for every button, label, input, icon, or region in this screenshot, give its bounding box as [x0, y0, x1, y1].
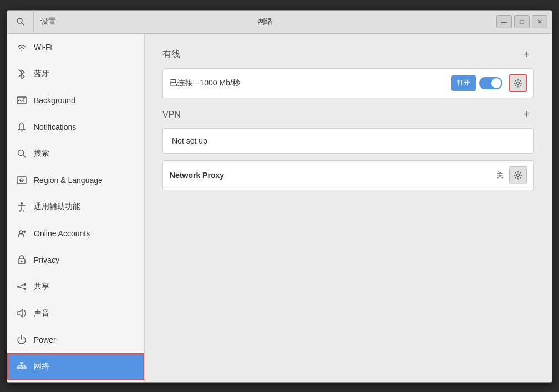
- sidebar-item-region[interactable]: Region & Language: [7, 167, 144, 194]
- svg-rect-20: [21, 367, 23, 369]
- svg-point-9: [21, 202, 23, 205]
- sidebar-label-online-accounts: Online Accounts: [34, 229, 90, 238]
- svg-line-1: [22, 23, 24, 25]
- wired-status-label: 已连接 - 1000 Mb/秒: [170, 78, 451, 88]
- close-button[interactable]: ✕: [532, 15, 547, 28]
- proxy-label: Network Proxy: [170, 171, 496, 180]
- sidebar-label-bluetooth: 蓝牙: [34, 69, 49, 79]
- svg-rect-21: [24, 367, 26, 369]
- sharing-icon: [16, 281, 27, 292]
- wired-section-title: 有线: [162, 49, 180, 60]
- svg-point-14: [24, 283, 26, 286]
- sidebar-item-accessibility[interactable]: 通用辅助功能: [7, 194, 144, 220]
- svg-rect-19: [17, 367, 19, 369]
- svg-rect-18: [21, 362, 23, 364]
- sidebar-label-wifi: Wi-Fi: [34, 43, 52, 52]
- svg-line-5: [23, 155, 26, 157]
- sidebar-item-background[interactable]: Background: [7, 87, 144, 114]
- power-icon: [16, 334, 27, 345]
- main-window: 设置 网络 — □ ✕ Wi-Fi: [7, 10, 552, 383]
- sidebar-label-accessibility: 通用辅助功能: [34, 202, 80, 212]
- sidebar-label-sharing: 共享: [34, 282, 49, 292]
- vpn-section-title: VPN: [162, 110, 181, 120]
- sidebar-label-background: Background: [34, 96, 75, 105]
- titlebar-center: 设置 网络: [34, 17, 496, 27]
- sidebar-item-power[interactable]: Power: [7, 327, 144, 353]
- sidebar-label-privacy: Privacy: [34, 256, 59, 264]
- page-title: 网络: [257, 17, 273, 27]
- vpn-not-setup-row: Not set up: [163, 129, 533, 153]
- sidebar-label-network: 网络: [34, 362, 49, 371]
- wired-toggle-switch[interactable]: [479, 77, 502, 89]
- proxy-gear-button[interactable]: [509, 166, 527, 184]
- sidebar-item-search[interactable]: 搜索: [7, 140, 144, 167]
- notifications-icon: [16, 121, 27, 133]
- online-accounts-icon: [16, 228, 27, 239]
- vpn-add-button[interactable]: +: [519, 107, 534, 123]
- minimize-button[interactable]: —: [496, 15, 512, 28]
- sidebar: Wi-Fi 蓝牙: [7, 34, 145, 382]
- wifi-icon: [16, 42, 27, 53]
- app-name-label: 设置: [34, 17, 56, 27]
- vpn-card: Not set up: [162, 128, 534, 154]
- svg-point-28: [517, 174, 520, 176]
- background-icon: [16, 95, 27, 106]
- wired-card: 已连接 - 1000 Mb/秒 打开: [162, 68, 534, 98]
- svg-point-27: [517, 82, 520, 84]
- toggle-container: 打开: [451, 74, 527, 92]
- svg-point-12: [21, 261, 23, 262]
- svg-point-13: [17, 286, 19, 288]
- svg-point-15: [24, 288, 26, 290]
- vpn-section-header: VPN +: [162, 107, 534, 123]
- sidebar-item-notifications[interactable]: Notifications: [7, 114, 144, 140]
- proxy-card: Network Proxy 关: [162, 160, 534, 190]
- content-area: Wi-Fi 蓝牙: [7, 34, 552, 382]
- svg-line-16: [19, 284, 24, 286]
- wired-add-button[interactable]: +: [519, 47, 534, 63]
- sidebar-item-sharing[interactable]: 共享: [7, 273, 144, 300]
- maximize-button[interactable]: □: [514, 15, 530, 28]
- sidebar-item-sound[interactable]: 声音: [7, 300, 144, 327]
- svg-point-3: [23, 98, 25, 99]
- search-icon: [16, 148, 27, 159]
- bluetooth-icon: [16, 68, 27, 79]
- sidebar-label-sound: 声音: [34, 308, 49, 318]
- wired-section-header: 有线 +: [162, 47, 534, 63]
- vpn-not-setup-label: Not set up: [172, 136, 207, 145]
- wired-gear-button[interactable]: [509, 74, 527, 92]
- titlebar: 设置 网络 — □ ✕: [7, 11, 552, 34]
- proxy-status: 关: [496, 170, 504, 180]
- accessibility-icon: [16, 201, 27, 212]
- sidebar-label-region: Region & Language: [34, 176, 103, 185]
- sidebar-label-notifications: Notifications: [34, 123, 76, 131]
- sidebar-item-bluetooth[interactable]: 蓝牙: [7, 60, 144, 87]
- sidebar-item-wifi[interactable]: Wi-Fi: [7, 34, 144, 60]
- main-panel: 有线 + 已连接 - 1000 Mb/秒 打开: [145, 34, 552, 382]
- vpn-section: VPN + Not set up Network Proxy 关: [162, 107, 534, 190]
- sidebar-item-privacy[interactable]: Privacy: [7, 247, 144, 273]
- sidebar-label-power: Power: [34, 335, 56, 344]
- sidebar-label-search: 搜索: [34, 149, 49, 159]
- network-icon: [16, 361, 27, 372]
- sidebar-item-online-accounts[interactable]: Online Accounts: [7, 220, 144, 247]
- wired-toggle-button[interactable]: 打开: [451, 75, 476, 91]
- titlebar-controls: — □ ✕: [496, 15, 547, 28]
- sound-icon: [16, 308, 27, 319]
- svg-line-17: [19, 287, 24, 289]
- wired-row: 已连接 - 1000 Mb/秒 打开: [163, 69, 533, 98]
- search-button[interactable]: [7, 10, 34, 33]
- proxy-row: Network Proxy 关: [163, 161, 533, 190]
- privacy-icon: [16, 254, 27, 266]
- region-icon: [16, 175, 27, 186]
- sidebar-item-network[interactable]: 网络: [7, 353, 144, 380]
